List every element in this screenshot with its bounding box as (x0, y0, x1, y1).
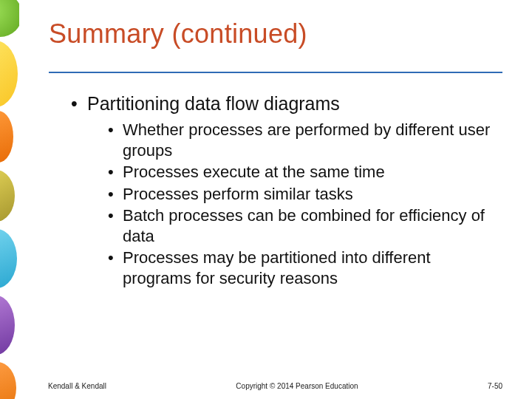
title-divider (49, 72, 502, 73)
decor-blob (0, 296, 15, 355)
decor-blob (0, 229, 17, 288)
decor-blob (0, 0, 19, 37)
bullet-list-level1: Partitioning data flow diagrams Whether … (71, 92, 502, 288)
slide-footer: Kendall & Kendall Copyright © 2014 Pears… (48, 382, 510, 390)
footer-page-number: 7-50 (488, 382, 510, 390)
bullet-sub: Processes perform similar tasks (108, 184, 502, 205)
bullet-sub: Processes may be partitioned into differ… (108, 248, 502, 288)
footer-authors: Kendall & Kendall (48, 382, 106, 390)
bullet-list-level2: Whether processes are performed by diffe… (108, 120, 502, 288)
bullet-sub: Whether processes are performed by diffe… (108, 120, 502, 160)
decor-blob (0, 362, 16, 399)
decorative-sidebar (0, 0, 19, 399)
bullet-main-text: Partitioning data flow diagrams (87, 93, 340, 114)
slide-body: Summary (continued) Partitioning data fl… (19, 0, 532, 399)
bullet-sub: Batch processes can be combined for effi… (108, 205, 502, 246)
decor-blob (0, 170, 15, 222)
bullet-main: Partitioning data flow diagrams Whether … (71, 92, 502, 288)
footer-copyright: Copyright © 2014 Pearson Education (106, 382, 488, 390)
bullet-sub: Processes execute at the same time (108, 162, 502, 183)
decor-blob (0, 111, 13, 163)
decor-blob (0, 41, 18, 107)
slide-title: Summary (continued) (49, 18, 502, 50)
